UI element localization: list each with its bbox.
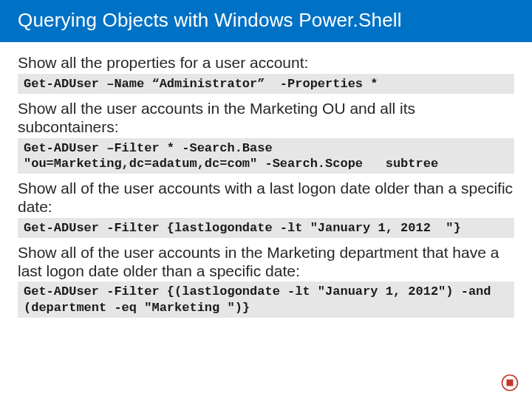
section-description: Show all the properties for a user accou…: [18, 54, 514, 72]
stop-icon: [501, 374, 519, 392]
section-description: Show all of the user accounts with a las…: [18, 180, 514, 216]
svg-rect-1: [507, 380, 514, 386]
section-description: Show all of the user accounts in the Mar…: [18, 244, 514, 281]
slide-content: Show all the properties for a user accou…: [0, 42, 532, 318]
slide-title: Querying Objects with Windows Power.Shel…: [0, 0, 532, 42]
code-block: Get-ADUser -Filter {lastlogondate -lt "J…: [18, 218, 514, 238]
code-block: Get-ADUser –Filter * -Search.Base "ou=Ma…: [18, 138, 514, 174]
code-block: Get-ADUser –Name “Administrator” -Proper…: [18, 74, 514, 94]
section-description: Show all the user accounts in the Market…: [18, 100, 514, 137]
code-block: Get-ADUser -Filter {(lastlogondate -lt "…: [18, 282, 514, 318]
